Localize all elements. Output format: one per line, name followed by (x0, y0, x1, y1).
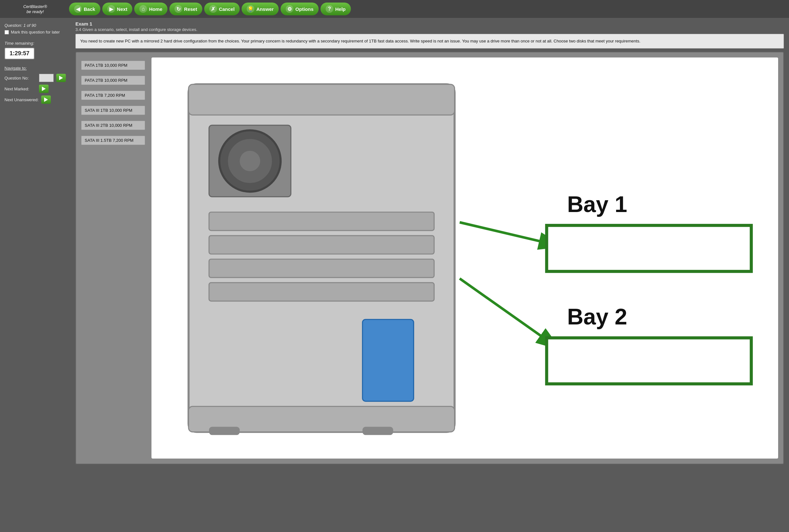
question-no-label: Question No: (4, 76, 36, 80)
answer-button[interactable]: 💡 Answer (242, 3, 279, 15)
mark-label[interactable]: Mark this question for later (11, 30, 60, 35)
svg-rect-9 (209, 283, 434, 301)
back-label: Back (84, 6, 95, 12)
go-arrow-icon (59, 76, 63, 80)
options-button[interactable]: ⚙ Options (280, 3, 318, 15)
logo-subtitle: be ready! (3, 10, 67, 14)
help-icon: ? (326, 5, 333, 13)
sidebar: Question: 1 of 90 Mark this question for… (0, 18, 70, 529)
top-bar: CertBlaster® be ready! ◀ Back ▶ Next ⌂ H… (0, 0, 789, 18)
question-text: You need to create new PC with a mirrore… (80, 39, 640, 43)
svg-rect-13 (209, 426, 240, 435)
time-label: Time remaining: (4, 41, 66, 46)
question-no-row: Question No: (4, 74, 66, 82)
next-label: Next (117, 6, 128, 12)
svg-rect-1 (188, 84, 454, 115)
main-layout: Question: 1 of 90 Mark this question for… (0, 18, 789, 529)
app-logo: CertBlaster® be ready! (3, 4, 67, 14)
drive-option-3[interactable]: PATA 1TB 7,200 RPM (81, 91, 145, 100)
home-icon: ⌂ (139, 5, 147, 13)
mark-question-row: Mark this question for later (4, 30, 66, 35)
reset-button[interactable]: ↻ Reset (169, 3, 202, 15)
svg-rect-6 (209, 212, 434, 231)
next-unanswered-icon (44, 97, 48, 102)
content-area: Exam 1 3.4 Given a scenario, select, ins… (70, 18, 789, 529)
svg-rect-14 (362, 426, 393, 435)
next-button[interactable]: ▶ Next (102, 3, 133, 15)
diagram-area: Bay 1 Bay 2 (151, 57, 778, 459)
next-unanswered-label: Next Unanswered: (4, 97, 39, 102)
answer-label: Answer (256, 6, 274, 12)
navigate-label[interactable]: Navigate to: (4, 66, 66, 71)
exam-title: Exam 1 (75, 21, 784, 26)
help-label: Help (335, 6, 346, 12)
options-label: Options (295, 6, 313, 12)
cancel-icon: ✗ (209, 5, 217, 13)
home-label: Home (149, 6, 162, 12)
next-unanswered-button[interactable] (41, 95, 51, 104)
drive-options-list: PATA 1TB 10,000 RPM PATA 2TB 10,000 RPM … (81, 57, 145, 145)
diagram-svg: Bay 1 Bay 2 (158, 64, 772, 453)
next-unanswered-row: Next Unanswered: (4, 95, 66, 104)
exam-header: Exam 1 3.4 Given a scenario, select, ins… (75, 21, 784, 32)
next-icon: ▶ (107, 5, 115, 13)
reset-label: Reset (184, 6, 197, 12)
drive-option-6[interactable]: SATA III 1.5TB 7,200 RPM (81, 136, 145, 145)
time-display: 1:29:57 (4, 48, 35, 59)
logo-title: CertBlaster® (3, 4, 67, 9)
drive-option-5[interactable]: SATA III 2TB 10,000 RPM (81, 121, 145, 130)
drive-option-1[interactable]: PATA 1TB 10,000 RPM (81, 61, 145, 70)
mark-checkbox[interactable] (4, 30, 9, 35)
drive-option-2[interactable]: PATA 2TB 10,000 RPM (81, 76, 145, 85)
svg-line-16 (460, 279, 547, 340)
reset-icon: ↻ (175, 5, 182, 13)
help-button[interactable]: ? Help (320, 3, 351, 15)
svg-line-15 (460, 222, 547, 243)
next-marked-row: Next Marked: (4, 84, 66, 93)
cancel-label: Cancel (219, 6, 235, 12)
svg-rect-7 (209, 235, 434, 254)
next-marked-button[interactable] (39, 84, 49, 93)
options-icon: ⚙ (286, 5, 293, 13)
time-section: Time remaining: 1:29:57 (4, 41, 66, 59)
svg-rect-19 (547, 338, 751, 384)
question-count: Question: 1 of 90 (4, 23, 66, 28)
svg-rect-8 (209, 259, 434, 278)
question-no-go-button[interactable] (56, 74, 66, 82)
question-box: You need to create new PC with a mirrore… (75, 34, 784, 49)
question-no-input[interactable] (39, 74, 54, 82)
svg-point-5 (240, 151, 260, 171)
svg-rect-18 (547, 225, 751, 271)
drive-option-4[interactable]: SATA III 1TB 10,000 RPM (81, 106, 145, 115)
bay2-label: Bay 2 (567, 304, 627, 329)
answer-panel: PATA 1TB 10,000 RPM PATA 2TB 10,000 RPM … (75, 52, 784, 464)
exam-subtitle: 3.4 Given a scenario, select, install an… (75, 27, 784, 32)
bay1-label: Bay 1 (567, 192, 627, 217)
cancel-button[interactable]: ✗ Cancel (204, 3, 240, 15)
back-icon: ◀ (74, 5, 82, 13)
back-button[interactable]: ◀ Back (69, 3, 100, 15)
next-marked-icon (42, 87, 46, 91)
svg-rect-10 (362, 319, 414, 401)
home-button[interactable]: ⌂ Home (134, 3, 167, 15)
next-marked-label: Next Marked: (4, 87, 36, 91)
answer-icon: 💡 (247, 5, 254, 13)
